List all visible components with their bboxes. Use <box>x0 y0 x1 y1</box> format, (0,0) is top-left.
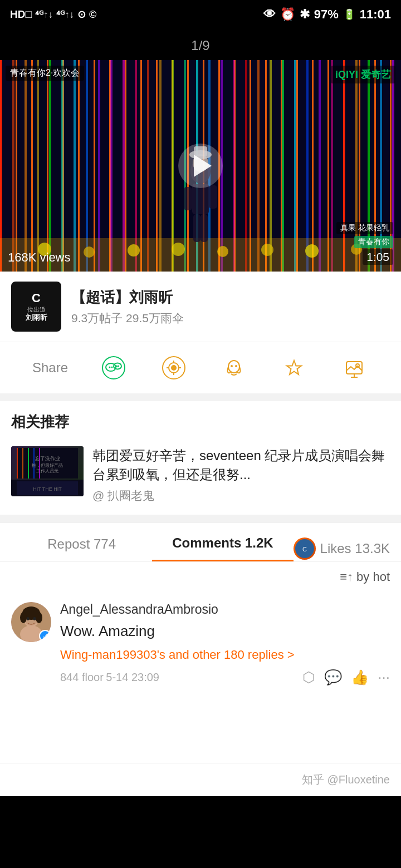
svg-rect-46 <box>193 214 200 242</box>
video-logo: 青春有你2·欢欢会 <box>6 66 84 81</box>
svg-point-55 <box>111 367 113 368</box>
channel-stats: 9.3万帖子 29.5万雨伞 <box>71 310 390 326</box>
svg-rect-43 <box>192 184 209 214</box>
svg-text:HIT THE HIT: HIT THE HIT <box>33 486 62 492</box>
video-player[interactable]: 青春有你2·欢欢会 iQIYI 爱奇艺 168K views 真果 花果轻乳 青… <box>0 60 401 272</box>
sort-label: by hot <box>356 570 390 584</box>
svg-marker-68 <box>287 361 301 374</box>
alarm-icon: ⏰ <box>280 7 295 22</box>
svg-point-65 <box>228 361 239 373</box>
battery-icon: 🔋 <box>343 8 355 21</box>
related-meta: 韩团爱豆好辛苦，seventeen 纪录片成员演唱会舞台累到吸氧，但还是很努..… <box>92 446 390 504</box>
svg-point-93 <box>27 617 30 620</box>
comment-actions: ⬡ 💬 👍 ··· <box>302 669 390 686</box>
avatar-text: C 位出道 刘雨昕 <box>26 291 47 322</box>
svg-rect-44 <box>184 187 192 210</box>
reply-icon[interactable]: 💬 <box>324 669 342 686</box>
stats-bar: Repost 774 Comments 1.2K C Likes 13.3K <box>0 522 401 561</box>
video-duration: 1:05 <box>363 249 393 265</box>
svg-text:忘了洗作业: 忘了洗作业 <box>35 456 60 461</box>
time-display: 11:01 <box>360 7 391 22</box>
video-label-2: 青春有你 <box>354 236 393 248</box>
channel-name: 【超话】刘雨昕 <box>71 288 390 307</box>
sort-icon: ≡↑ <box>340 570 353 584</box>
svg-text:拖，但最好产品: 拖，但最好产品 <box>31 463 63 468</box>
svg-point-37 <box>172 243 185 256</box>
likes-avatar: C <box>294 537 316 560</box>
page-indicator: 1/9 <box>0 29 401 60</box>
svg-point-92 <box>36 612 42 623</box>
status-bar: HD□ ⁴ᴳ↑↓ ⁴ᴳ↑↓ ⊙ © 👁 ⏰ ✱ 97% 🔋 11:01 <box>0 0 401 29</box>
svg-point-91 <box>20 612 27 623</box>
image-share-icon[interactable] <box>340 353 369 382</box>
share-comment-icon[interactable]: ⬡ <box>302 669 315 686</box>
svg-text:工作人员无: 工作人员无 <box>36 468 58 474</box>
svg-point-36 <box>128 244 140 257</box>
comment-text: Wow. Amazing <box>60 620 390 642</box>
verified-badge: ✓ <box>39 630 51 642</box>
iqiyi-logo: iQIYI 爱奇艺 <box>331 66 395 83</box>
svg-text:C: C <box>302 546 307 553</box>
wechat-icon[interactable] <box>99 353 128 382</box>
comments-stat[interactable]: Comments 1.2K <box>152 535 293 561</box>
spacer <box>0 696 401 763</box>
svg-point-54 <box>109 367 111 368</box>
comment-date: 5-14 23:09 <box>106 671 159 683</box>
app-attribution: 知乎 @Fluoxetine <box>302 773 390 786</box>
svg-point-38 <box>217 246 228 257</box>
comment-username: Angel_AlessandraAmbrosio <box>60 602 390 617</box>
play-button[interactable] <box>178 144 223 188</box>
svg-point-66 <box>231 365 233 367</box>
svg-rect-47 <box>200 214 208 242</box>
comment-item: ✓ Angel_AlessandraAmbrosio Wow. Amazing … <box>11 602 390 686</box>
sort-bar[interactable]: ≡↑ by hot <box>0 561 401 592</box>
comment-body: Angel_AlessandraAmbrosio Wow. Amazing Wi… <box>60 602 390 686</box>
signal-icon: HD□ <box>10 8 32 21</box>
svg-point-35 <box>84 246 95 258</box>
svg-rect-74 <box>17 448 18 479</box>
bluetooth-icon: ✱ <box>300 7 310 22</box>
like-icon[interactable]: 👍 <box>351 669 369 686</box>
video-label-1: 真果 花果轻乳 <box>336 222 393 234</box>
svg-rect-75 <box>22 448 23 479</box>
related-section: 相关推荐 忘了洗作业 拖，但最好产品 工作人员无 HI <box>0 401 401 515</box>
comment-meta: 844 floor 5-14 23:09 <box>60 671 159 684</box>
camera-icon[interactable] <box>159 353 188 382</box>
bottom-bar: 知乎 @Fluoxetine <box>0 763 401 796</box>
section-divider-2 <box>0 515 401 522</box>
channel-avatar[interactable]: C 位出道 刘雨昕 <box>11 282 61 332</box>
related-author: @ 扒圈老鬼 <box>92 488 390 504</box>
related-item[interactable]: 忘了洗作业 拖，但最好产品 工作人员无 HIT THE HIT 韩团爱豆好辛苦，… <box>11 441 390 509</box>
svg-point-57 <box>118 366 119 367</box>
status-right: 👁 ⏰ ✱ 97% 🔋 11:01 <box>263 7 391 22</box>
comment-floor: 844 floor <box>60 671 104 683</box>
channel-meta: 【超话】刘雨昕 9.3万帖子 29.5万雨伞 <box>71 288 390 326</box>
repost-stat[interactable]: Repost 774 <box>11 536 152 561</box>
play-triangle-icon <box>194 155 212 177</box>
qq-icon[interactable] <box>219 353 248 382</box>
svg-point-56 <box>116 366 118 367</box>
section-divider <box>0 393 401 401</box>
star-icon[interactable] <box>280 353 309 382</box>
network-icon: ⁴ᴳ↑↓ <box>35 9 53 21</box>
svg-rect-45 <box>209 185 217 209</box>
video-views: 168K views <box>8 250 71 265</box>
eye-icon: 👁 <box>263 7 276 22</box>
comment-replies[interactable]: Wing-man199303's and other 180 replies > <box>60 648 390 662</box>
svg-point-40 <box>305 244 319 258</box>
related-text: 韩团爱豆好辛苦，seventeen 纪录片成员演唱会舞台累到吸氧，但还是很努..… <box>92 446 390 484</box>
likes-count: Likes 13.3K <box>320 541 390 556</box>
share-bar: Share <box>0 342 401 393</box>
thumb-bottom: HIT THE HIT <box>11 480 84 496</box>
thumb-top: 忘了洗作业 拖，但最好产品 工作人员无 <box>11 446 84 480</box>
copyright-icon: © <box>89 9 96 21</box>
channel-info: C 位出道 刘雨昕 【超话】刘雨昕 9.3万帖子 29.5万雨伞 <box>0 272 401 342</box>
svg-rect-76 <box>28 448 29 479</box>
signal2-icon: ⊙ <box>77 8 86 21</box>
battery-level: 97% <box>314 7 339 22</box>
more-icon[interactable]: ··· <box>378 669 390 686</box>
comment-avatar[interactable]: ✓ <box>11 602 51 642</box>
share-label: Share <box>32 360 68 376</box>
svg-point-94 <box>33 617 36 620</box>
likes-stat: C Likes 13.3K <box>294 537 390 560</box>
